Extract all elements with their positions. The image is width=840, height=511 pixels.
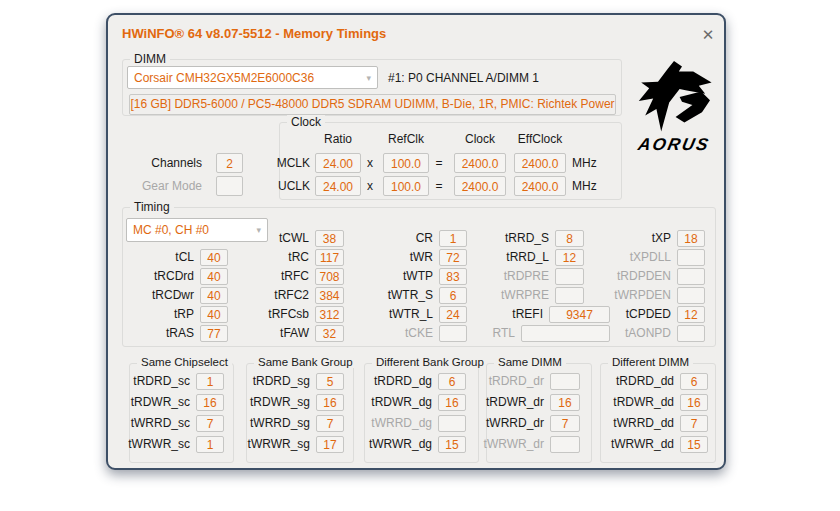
- tRDRD_sc-value: 1: [196, 373, 224, 390]
- tRDRD_dr-value: [550, 373, 580, 390]
- uclk-effclock: 2400.0: [514, 176, 566, 196]
- tRDRD_dg-label: tRDRD_dg: [358, 373, 432, 390]
- tRDWR_sg-value: 16: [316, 394, 344, 411]
- aorus-wordmark: AORUS: [626, 135, 722, 155]
- mclk-unit: MHz: [572, 156, 597, 170]
- tRDPDEN-value: [677, 268, 705, 285]
- clock-header-refclk: RefClk: [383, 132, 429, 146]
- tWTR_S-label: tWTR_S: [348, 287, 433, 304]
- tRCDwr-label: tRCDwr: [118, 287, 194, 304]
- tWRRD_dr-value: 7: [550, 415, 580, 432]
- gear-mode-label: Gear Mode: [128, 178, 202, 195]
- tRC-label: tRC: [228, 249, 309, 266]
- tWRRD_sc-label: tWRRD_sc: [126, 415, 190, 432]
- uclk-unit: MHz: [572, 179, 597, 193]
- tRC-value: 117: [315, 249, 344, 266]
- tWRRD_dd-label: tWRRD_dd: [604, 415, 674, 432]
- same-chipselect-label: Same Chipselect: [137, 356, 232, 368]
- tCPDED-label: tCPDED: [585, 306, 671, 323]
- tRCDwr-value: 40: [200, 287, 228, 304]
- tRRD_S-value: 8: [555, 230, 584, 247]
- tWRWR_dr-value: [550, 436, 580, 453]
- tXP-label: tXP: [585, 230, 671, 247]
- aorus-eagle-logo-icon: [632, 61, 716, 133]
- clock-group-label: Clock: [287, 115, 325, 129]
- mclk-label: MCLK: [266, 155, 310, 172]
- tRFCsb-label: tRFCsb: [228, 306, 309, 323]
- mclk-refclk: 100.0: [383, 153, 429, 173]
- tWRWR_dr-label: tWRWR_dr: [480, 436, 544, 453]
- tWRRD_dd-value: 7: [680, 415, 708, 432]
- tRDRD_sg-label: tRDRD_sg: [242, 373, 310, 390]
- tRP-value: 40: [200, 306, 228, 323]
- dimm-slot-label: #1: P0 CHANNEL A/DIMM 1: [388, 71, 539, 85]
- tRDWR_sc-value: 16: [196, 394, 224, 411]
- tREFI-label: tREFI: [457, 306, 543, 323]
- window-title: HWiNFO® 64 v8.07-5512 - Memory Timings: [122, 26, 386, 41]
- tRDRD_dr-label: tRDRD_dr: [480, 373, 544, 390]
- tWRRD_sg-label: tWRRD_sg: [242, 415, 310, 432]
- dimm-select-value: Corsair CMH32GX5M2E6000C36: [134, 71, 314, 85]
- tWRPRE-value: [555, 287, 584, 304]
- tWRRD_dr-label: tWRRD_dr: [480, 415, 544, 432]
- tRDWR_dg-label: tRDWR_dg: [358, 394, 432, 411]
- tRDPDEN-label: tRDPDEN: [585, 268, 671, 285]
- tRAS-value: 77: [200, 325, 228, 342]
- clock-header-effclock: EffClock: [514, 132, 566, 146]
- tRDRD_sg-value: 5: [316, 373, 344, 390]
- uclk-label: UCLK: [266, 178, 310, 195]
- tFAW-value: 32: [315, 325, 344, 342]
- tRDRD_sc-label: tRDRD_sc: [126, 373, 190, 390]
- tRAS-label: tRAS: [118, 325, 194, 342]
- tCPDED-value: 12: [677, 306, 705, 323]
- tRRD_L-label: tRRD_L: [463, 249, 549, 266]
- tWRWR_dg-value: 15: [438, 436, 466, 453]
- chevron-down-icon: ▾: [366, 73, 371, 83]
- uclk-refclk: 100.0: [383, 176, 429, 196]
- different-bank-group-label: Different Bank Group: [372, 356, 488, 368]
- tAONPD-value: [677, 325, 705, 342]
- tRFC2-label: tRFC2: [228, 287, 309, 304]
- tRDRD_dg-value: 6: [438, 373, 466, 390]
- tCL-value: 40: [200, 249, 228, 266]
- mclk-times-sign: x: [362, 156, 378, 170]
- tWRWR_sc-value: 1: [196, 436, 224, 453]
- tRDPRE-value: [555, 268, 584, 285]
- clock-header-ratio: Ratio: [315, 132, 361, 146]
- tRDWR_dg-value: 16: [438, 394, 466, 411]
- close-icon[interactable]: ✕: [696, 23, 720, 47]
- tXPDLL-label: tXPDLL: [585, 249, 671, 266]
- same-bank-group-label: Same Bank Group: [254, 356, 357, 368]
- hwinfo-memory-timings-window: HWiNFO® 64 v8.07-5512 - Memory Timings ✕…: [106, 13, 726, 470]
- timing-group-label: Timing: [130, 200, 174, 214]
- same-dimm-label: Same DIMM: [494, 356, 566, 368]
- tRDWR_sc-label: tRDWR_sc: [126, 394, 190, 411]
- tRFCsb-value: 312: [315, 306, 344, 323]
- tRCDrd-value: 40: [200, 268, 228, 285]
- tCWL-value: 38: [315, 230, 344, 247]
- tRRD_L-value: 12: [555, 249, 584, 266]
- channels-value: 2: [216, 153, 243, 173]
- clock-header-clock: Clock: [454, 132, 506, 146]
- tWRPDEN-value: [677, 287, 705, 304]
- tRFC-label: tRFC: [228, 268, 309, 285]
- dimm-select[interactable]: Corsair CMH32GX5M2E6000C36 ▾: [127, 66, 378, 89]
- tWTR_L-label: tWTR_L: [348, 306, 433, 323]
- tWR-label: tWR: [348, 249, 433, 266]
- uclk-ratio: 24.00: [315, 176, 361, 196]
- tRDPRE-label: tRDPRE: [463, 268, 549, 285]
- tRDWR_dr-label: tRDWR_dr: [480, 394, 544, 411]
- dimm-group-label: DIMM: [130, 52, 170, 66]
- tCL-label: tCL: [118, 249, 194, 266]
- tRDWR_sg-label: tRDWR_sg: [242, 394, 310, 411]
- tRFC-value: 708: [315, 268, 344, 285]
- dimm-info-box: [16 GB] DDR5-6000 / PC5-48000 DDR5 SDRAM…: [129, 94, 616, 115]
- mclk-ratio: 24.00: [315, 153, 361, 173]
- tWRWR_sc-label: tWRWR_sc: [126, 436, 190, 453]
- RTL-label: RTL: [429, 325, 515, 342]
- different-dimm-label: Different DIMM: [608, 356, 693, 368]
- CR-label: CR: [348, 230, 433, 247]
- tWRPRE-label: tWRPRE: [463, 287, 549, 304]
- tWRRD_sg-value: 7: [316, 415, 344, 432]
- tXPDLL-value: [677, 249, 705, 266]
